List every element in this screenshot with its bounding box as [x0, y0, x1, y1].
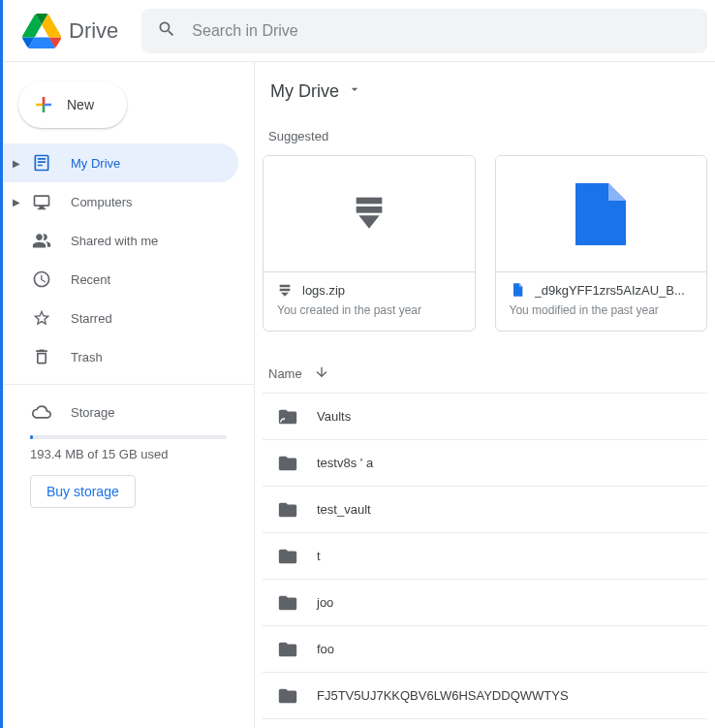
- file-row[interactable]: Vaults: [263, 394, 707, 440]
- expand-icon[interactable]: ▶: [7, 197, 26, 207]
- folder-icon: [276, 498, 299, 522]
- drive-logo-icon: [22, 12, 61, 50]
- sidebar-item-storage[interactable]: Storage: [3, 393, 238, 431]
- breadcrumb-label: My Drive: [270, 81, 339, 102]
- file-name: Vaults: [317, 409, 351, 424]
- sidebar-item-recent[interactable]: Recent: [3, 260, 238, 299]
- sidebar: New ▶ My Drive ▶ Computers Shared with m…: [3, 62, 255, 728]
- new-button[interactable]: New: [18, 81, 127, 128]
- zip-preview: [264, 156, 475, 272]
- file-name: t: [317, 549, 321, 563]
- folder-icon: [276, 405, 299, 428]
- sidebar-item-trash[interactable]: Trash: [3, 337, 238, 376]
- nav-label: Recent: [71, 272, 110, 287]
- folder-icon: [276, 452, 299, 475]
- drive-icon: [30, 151, 53, 174]
- file-row[interactable]: joo: [263, 580, 707, 626]
- suggested-card-zip[interactable]: logs.zip You created in the past year: [263, 155, 476, 332]
- content: My Drive Suggested logs.zip You created …: [255, 62, 715, 728]
- sidebar-item-shared[interactable]: Shared with me: [3, 221, 238, 260]
- folder-icon: [276, 638, 299, 661]
- storage-text: 193.4 MB of 15 GB used: [30, 447, 254, 461]
- sidebar-item-starred[interactable]: Starred: [3, 299, 238, 337]
- zip-file-icon: [277, 282, 293, 298]
- file-name: FJ5TV5UJ7KKQBV6LW6HSAYDDQWWTYS: [317, 688, 569, 703]
- folder-icon: [276, 545, 299, 568]
- trash-icon: [30, 345, 53, 368]
- card-title: logs.zip: [302, 283, 345, 298]
- suggested-label: Suggested: [268, 129, 707, 143]
- file-row[interactable]: t: [263, 533, 707, 580]
- svg-rect-0: [356, 197, 382, 204]
- sort-by-name[interactable]: Name: [268, 364, 329, 383]
- card-subtitle: You modified in the past year: [510, 303, 694, 317]
- dropdown-icon: [347, 81, 362, 102]
- svg-rect-1: [356, 206, 382, 213]
- sidebar-item-my-drive[interactable]: ▶ My Drive: [3, 143, 238, 182]
- topbar: Drive: [3, 0, 715, 62]
- file-list: Vaultstestv8s ' atest_vaulttjoofooFJ5TV5…: [263, 394, 707, 719]
- name-column-label: Name: [268, 366, 302, 381]
- file-row[interactable]: FJ5TV5UJ7KKQBV6LW6HSAYDDQWWTYS: [263, 673, 707, 719]
- cloud-icon: [30, 400, 53, 424]
- computers-icon: [30, 190, 53, 213]
- search-box[interactable]: [141, 9, 707, 53]
- nav-label: Shared with me: [71, 234, 158, 248]
- file-name: foo: [317, 642, 334, 656]
- card-title: _d9kgYFF1zrs5AIzAU_B...: [535, 283, 685, 298]
- folder-icon: [276, 684, 299, 708]
- file-icon: [575, 183, 626, 245]
- file-row[interactable]: testv8s ' a: [263, 440, 707, 487]
- file-name: joo: [317, 595, 333, 610]
- nav-label: Computers: [71, 195, 133, 209]
- plus-icon: [32, 93, 55, 116]
- file-name: test_vault: [317, 502, 371, 517]
- recent-icon: [30, 268, 53, 291]
- search-input[interactable]: [192, 22, 692, 40]
- star-icon: [30, 306, 53, 330]
- logo-section[interactable]: Drive: [22, 12, 118, 50]
- list-header: Name: [263, 355, 707, 394]
- nav-label: Storage: [71, 405, 115, 420]
- nav-label: My Drive: [71, 156, 120, 171]
- doc-preview: [496, 156, 707, 272]
- folder-icon: [276, 591, 299, 615]
- blue-file-icon: [510, 282, 525, 298]
- suggested-row: logs.zip You created in the past year _d…: [263, 155, 707, 332]
- nav-label: Trash: [71, 350, 103, 364]
- shared-icon: [30, 229, 53, 252]
- buy-storage-button[interactable]: Buy storage: [30, 475, 136, 508]
- new-label: New: [67, 97, 94, 112]
- sidebar-item-computers[interactable]: ▶ Computers: [3, 182, 238, 221]
- storage-bar: [30, 435, 227, 439]
- breadcrumb[interactable]: My Drive: [263, 78, 707, 106]
- card-subtitle: You created in the past year: [277, 303, 461, 317]
- nav-label: Starred: [71, 311, 112, 326]
- divider: [3, 384, 254, 385]
- expand-icon[interactable]: ▶: [7, 158, 26, 169]
- search-icon: [157, 19, 176, 43]
- app-name: Drive: [69, 18, 118, 44]
- file-row[interactable]: test_vault: [263, 487, 707, 533]
- archive-icon: [354, 195, 385, 234]
- sort-arrow-icon: [314, 364, 329, 383]
- suggested-card-doc[interactable]: _d9kgYFF1zrs5AIzAU_B... You modified in …: [495, 155, 708, 332]
- file-row[interactable]: foo: [263, 626, 707, 673]
- file-name: testv8s ' a: [317, 456, 373, 470]
